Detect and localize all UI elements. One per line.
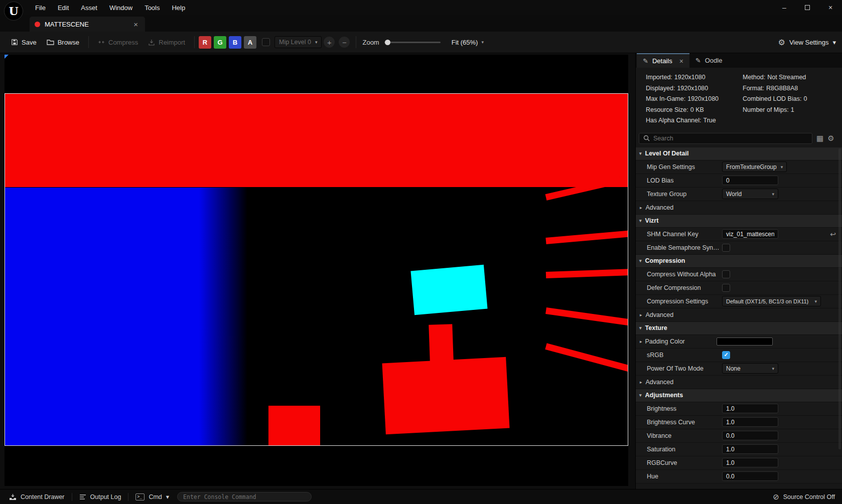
shm-channel-key-input[interactable]	[722, 229, 778, 239]
browse-button[interactable]: Browse	[42, 36, 84, 49]
brightness-input[interactable]	[722, 404, 778, 413]
compress-button[interactable]: Compress	[93, 36, 143, 49]
menu-edit[interactable]: Edit	[52, 2, 75, 14]
details-panel: ✎ Details × ✎ Oodle Imported:1920x1080 D…	[635, 53, 842, 489]
mip-level-dropdown[interactable]: Mip Level 0 ▾	[274, 36, 322, 48]
texture-preview[interactable]	[5, 55, 628, 486]
triangle-right-icon[interactable]: ▸	[640, 339, 642, 344]
section-texture[interactable]: ▾ Texture	[636, 322, 842, 335]
padding-color-swatch[interactable]	[717, 338, 773, 346]
output-log-button[interactable]: Output Log	[74, 493, 126, 500]
unreal-texture-editor-window: U File Edit Asset Window Tools Help – × …	[0, 0, 842, 504]
settings-gear-icon[interactable]: ⚙	[827, 134, 834, 143]
compression-advanced-row[interactable]: ▸ Advanced	[636, 308, 842, 322]
info-imported: Imported:1920x1080	[646, 72, 743, 83]
grid-view-icon[interactable]: ▦	[816, 134, 823, 143]
pencil-icon: ✎	[695, 57, 701, 64]
compress-icon	[98, 39, 105, 45]
power-of-two-mode-dropdown[interactable]: None ▾	[722, 363, 778, 374]
brightness-curve-input[interactable]	[722, 417, 778, 427]
row-rgb-curve: RGBCurve	[636, 456, 842, 470]
enable-semaphore-checkbox[interactable]	[722, 244, 730, 252]
tab-close-icon[interactable]: ×	[679, 57, 683, 65]
blue-channel-button[interactable]: B	[229, 36, 241, 49]
maximize-button[interactable]	[796, 0, 819, 15]
compress-without-alpha-checkbox[interactable]	[722, 270, 730, 278]
section-vizrt[interactable]: ▾ Vizrt	[636, 215, 842, 228]
zoom-slider-thumb[interactable]	[385, 40, 390, 45]
menu-file[interactable]: File	[29, 2, 52, 14]
save-icon	[11, 39, 18, 46]
view-settings-button[interactable]: ⚙ View Settings ▾	[778, 38, 836, 47]
srgb-checkbox[interactable]	[722, 351, 730, 359]
green-channel-button[interactable]: G	[214, 36, 226, 49]
asset-tab-title: MATTESCENE	[45, 21, 89, 28]
save-button[interactable]: Save	[6, 36, 42, 49]
menu-window[interactable]: Window	[103, 2, 138, 14]
texture-red-stripe	[546, 269, 628, 278]
details-scrollbar[interactable]	[838, 148, 841, 449]
asset-tab-bar: MATTESCENE ×	[0, 15, 842, 32]
menu-asset[interactable]: Asset	[75, 2, 103, 14]
mip-gen-settings-dropdown[interactable]: FromTextureGroup ▾	[722, 161, 787, 172]
tab-details[interactable]: ✎ Details ×	[637, 53, 689, 68]
cmd-dropdown[interactable]: >_ Cmd ▾	[130, 493, 174, 500]
alpha-channel-button[interactable]: A	[244, 36, 256, 49]
tab-close-icon[interactable]: ×	[131, 20, 140, 29]
toolbar-separator	[356, 36, 356, 48]
search-input[interactable]	[653, 135, 808, 142]
row-shm-channel-key: SHM Channel Key ↩	[636, 228, 842, 241]
saturation-input[interactable]	[722, 444, 778, 454]
property-sections: ▾ Level Of Detail Mip Gen Settings FromT…	[636, 147, 842, 489]
texture-red-quad	[382, 357, 509, 435]
reset-to-default-icon[interactable]: ↩	[830, 230, 836, 238]
texture-viewport	[0, 53, 635, 489]
info-has-alpha: Has Alpha Channel:True	[646, 115, 743, 126]
red-channel-button[interactable]: R	[199, 36, 211, 49]
triangle-down-icon: ▾	[639, 151, 642, 156]
statusbar-separator	[72, 493, 72, 501]
row-saturation: Saturation	[636, 443, 842, 456]
section-adjustments[interactable]: ▾ Adjustments	[636, 389, 842, 402]
section-compression[interactable]: ▾ Compression	[636, 255, 842, 268]
zoom-slider[interactable]	[384, 42, 441, 43]
lod-bias-input[interactable]	[722, 176, 778, 185]
tab-oodle[interactable]: ✎ Oodle	[689, 53, 729, 68]
rgb-curve-input[interactable]	[722, 458, 778, 467]
triangle-down-icon: ▾	[639, 325, 642, 330]
output-log-icon	[79, 494, 86, 500]
defer-compression-checkbox[interactable]	[722, 284, 730, 292]
minimize-button[interactable]: –	[773, 0, 796, 15]
mip-level-checkbox[interactable]	[262, 38, 270, 46]
content-drawer-button[interactable]: Content Drawer	[4, 493, 70, 500]
zoom-fit-dropdown[interactable]: Fit (65%) ▾	[448, 36, 488, 49]
reimport-button[interactable]: Reimport	[143, 36, 190, 49]
toolbar-separator	[194, 36, 195, 48]
unsaved-indicator-icon	[35, 22, 40, 27]
zoom-label: Zoom	[362, 39, 379, 46]
chevron-down-icon: ▾	[166, 493, 169, 500]
search-box[interactable]	[639, 133, 812, 144]
triangle-down-icon: ▾	[639, 218, 642, 223]
source-control-button[interactable]: ⊘ Source Control Off	[773, 492, 838, 501]
mip-plus-button[interactable]: +	[324, 37, 335, 48]
close-button[interactable]: ×	[819, 0, 842, 15]
triangle-right-icon: ▸	[640, 312, 642, 317]
compression-settings-dropdown[interactable]: Default (DXT1/5, BC1/3 on DX11) ▾	[722, 296, 821, 306]
lod-advanced-row[interactable]: ▸ Advanced	[636, 201, 842, 215]
mip-minus-button[interactable]: −	[339, 37, 350, 48]
info-method: Method:Not Streamed	[743, 72, 842, 83]
texture-group-dropdown[interactable]: World ▾	[722, 189, 778, 199]
search-icon	[643, 135, 650, 141]
texture-advanced-row[interactable]: ▸ Advanced	[636, 376, 842, 389]
menu-help[interactable]: Help	[166, 2, 191, 14]
triangle-right-icon: ▸	[640, 205, 642, 210]
vibrance-input[interactable]	[722, 431, 778, 440]
console-command-input[interactable]	[177, 492, 312, 501]
section-level-of-detail[interactable]: ▾ Level Of Detail	[636, 147, 842, 160]
asset-tab-mattescene[interactable]: MATTESCENE ×	[30, 17, 145, 32]
unreal-logo-icon[interactable]: U	[4, 2, 23, 21]
menu-tools[interactable]: Tools	[138, 2, 166, 14]
texture-red-band	[5, 94, 628, 187]
hue-input[interactable]	[722, 471, 778, 481]
